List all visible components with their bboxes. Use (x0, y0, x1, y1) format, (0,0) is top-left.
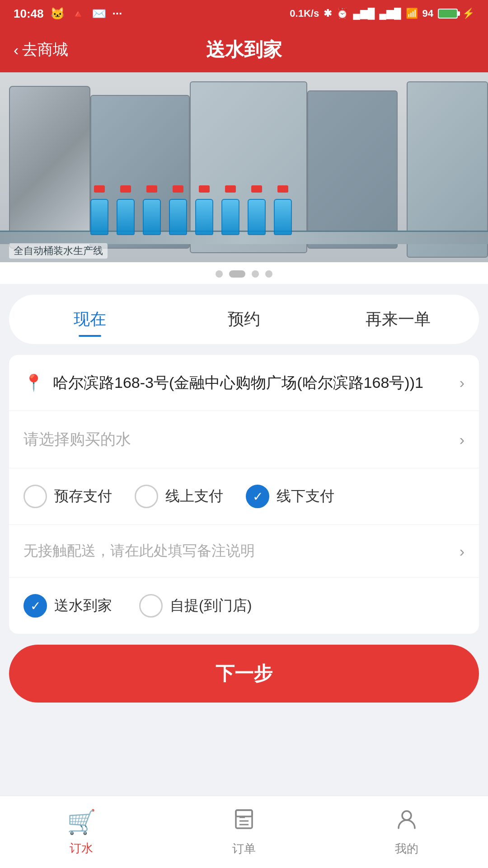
speed: 0.1K/s (290, 8, 319, 19)
nav-item-orders[interactable]: 订单 (163, 796, 325, 868)
machine-4 (307, 90, 398, 249)
machine-1 (9, 86, 90, 249)
note-row[interactable]: 无接触配送，请在此处填写备注说明 › (9, 525, 479, 578)
pickup-label: 自提(到门店) (170, 596, 252, 616)
orders-icon (232, 807, 256, 836)
orders-label: 订单 (232, 841, 256, 857)
back-button[interactable]: ‹ 去商城 (14, 39, 68, 60)
dot-2-active[interactable] (229, 270, 245, 278)
select-water-placeholder: 请选择购买的水 (23, 429, 452, 450)
svg-rect-0 (236, 810, 252, 828)
payment-row: 预存支付 线上支付 ✓ 线下支付 (9, 468, 479, 525)
dot-3[interactable] (252, 270, 259, 278)
offline-radio[interactable]: ✓ (246, 485, 269, 508)
location-icon: 📍 (23, 373, 44, 392)
next-button[interactable]: 下一步 (9, 645, 479, 703)
svg-rect-1 (236, 810, 252, 816)
bottle-6 (221, 192, 239, 235)
banner-caption: 全自动桶装水生产线 (9, 243, 108, 259)
header: ‹ 去商城 送水到家 (0, 27, 488, 72)
time: 10:48 (14, 7, 44, 21)
tab-reserve[interactable]: 预约 (167, 298, 321, 340)
dots-container (0, 262, 488, 284)
charging-icon: ⚡ (462, 8, 474, 19)
delivery-row: ✓ 送水到家 自提(到门店) (9, 578, 479, 634)
status-bar: 10:48 🐱 🔺 ✉️ ··· 0.1K/s ✱ ⏰ ▄▆█ ▄▆█ 📶 94… (0, 0, 488, 27)
bottle-4 (169, 192, 187, 235)
prepay-label: 预存支付 (54, 486, 112, 506)
battery-text: 94 (422, 8, 433, 19)
home-delivery-label: 送水到家 (54, 596, 112, 616)
status-right: 0.1K/s ✱ ⏰ ▄▆█ ▄▆█ 📶 94 ⚡ (290, 8, 474, 19)
tabs-container: 现在 预约 再来一单 (9, 295, 479, 344)
prepay-radio[interactable] (23, 485, 47, 508)
tab-now[interactable]: 现在 (13, 298, 167, 340)
bottle-1 (90, 192, 108, 235)
chevron-left-icon: ‹ (14, 41, 19, 59)
delivery-option-home[interactable]: ✓ 送水到家 (23, 594, 112, 618)
select-water-row[interactable]: 请选择购买的水 › (9, 411, 479, 468)
order-water-icon: 🛒 (67, 808, 96, 836)
banner-inner: 全自动桶装水生产线 (0, 72, 488, 262)
dot-1[interactable] (216, 270, 223, 278)
bottle-5 (195, 192, 213, 235)
bottles-row (90, 192, 292, 235)
note-placeholder: 无接触配送，请在此处填写备注说明 (23, 541, 452, 561)
signal2-icon: ▄▆█ (379, 8, 401, 19)
address-chevron-icon: › (460, 374, 465, 392)
payment-option-prepay[interactable]: 预存支付 (23, 485, 112, 508)
banner-container: 全自动桶装水生产线 (0, 72, 488, 284)
offline-label: 线下支付 (277, 486, 334, 506)
online-radio[interactable] (135, 485, 158, 508)
payment-option-online[interactable]: 线上支付 (135, 485, 223, 508)
bottle-7 (248, 192, 266, 235)
bottle-3 (143, 192, 161, 235)
status-left: 10:48 🐱 🔺 ✉️ ··· (14, 7, 122, 21)
mine-icon (395, 807, 418, 836)
dots: ··· (113, 7, 122, 21)
wifi-icon: 📶 (406, 8, 418, 19)
back-label: 去商城 (22, 39, 68, 60)
bottle-2 (117, 192, 135, 235)
banner-image: 全自动桶装水生产线 (0, 72, 488, 262)
nav-item-order-water[interactable]: 🛒 订水 (0, 796, 163, 868)
online-label: 线上支付 (165, 486, 223, 506)
pickup-radio[interactable] (139, 594, 163, 618)
bottom-nav: 🛒 订水 订单 我的 (0, 796, 488, 868)
mine-label: 我的 (395, 841, 418, 857)
emoji1: 🐱 (50, 7, 65, 21)
order-water-label: 订水 (70, 840, 93, 856)
svg-point-5 (402, 811, 411, 820)
dot-4[interactable] (265, 270, 272, 278)
emoji3: ✉️ (92, 7, 106, 21)
alarm-icon: ⏰ (336, 8, 348, 19)
address-text: 哈尔滨路168-3号(金融中心购物广场(哈尔滨路168号))1 (53, 371, 452, 394)
page-title: 送水到家 (206, 37, 282, 62)
signal1-icon: ▄▆█ (353, 8, 375, 19)
form-card: 📍 哈尔滨路168-3号(金融中心购物广场(哈尔滨路168号))1 › 请选择购… (9, 355, 479, 634)
address-row[interactable]: 📍 哈尔滨路168-3号(金融中心购物广场(哈尔滨路168号))1 › (9, 355, 479, 411)
water-chevron-icon: › (460, 431, 465, 448)
main-content: 现在 预约 再来一单 📍 哈尔滨路168-3号(金融中心购物广场(哈尔滨路168… (0, 284, 488, 808)
emoji2: 🔺 (71, 7, 85, 21)
bottle-8 (274, 192, 292, 235)
nav-item-mine[interactable]: 我的 (325, 796, 488, 868)
note-chevron-icon: › (460, 542, 465, 560)
bluetooth-icon: ✱ (324, 8, 332, 19)
delivery-option-pickup[interactable]: 自提(到门店) (139, 594, 252, 618)
home-delivery-radio[interactable]: ✓ (23, 594, 47, 618)
payment-option-offline[interactable]: ✓ 线下支付 (246, 485, 334, 508)
battery-icon (438, 9, 458, 19)
tab-reorder[interactable]: 再来一单 (321, 298, 475, 340)
